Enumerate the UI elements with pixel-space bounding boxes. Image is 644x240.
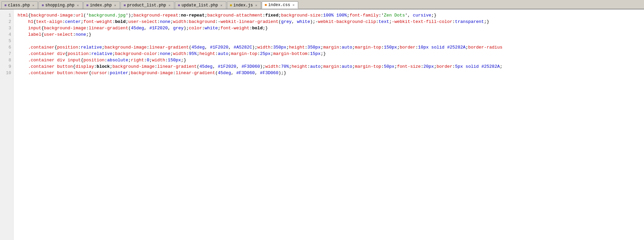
line-num: 2 (3, 19, 11, 25)
code-line-7: .container div{position:relative;backgro… (18, 51, 644, 57)
line-num: 1 (3, 12, 11, 19)
php-icon: ■ (42, 3, 44, 7)
code-line-3: input{background-image:linear-gradient(4… (18, 25, 644, 31)
tab-label: product_list.php (127, 3, 166, 8)
tab-update-list-php[interactable]: ■ update_list.php ✕ (175, 1, 226, 9)
code-editor[interactable]: html{background-image:url('background.jp… (14, 9, 644, 240)
line-num: 5 (3, 38, 11, 44)
close-icon[interactable]: ✕ (292, 3, 295, 7)
editor-area: 1 2 3 4 5 6 7 8 9 10 html{background-ima… (0, 9, 644, 240)
php-icon: ■ (178, 3, 180, 7)
php-icon: ■ (124, 3, 126, 7)
line-numbers: 1 2 3 4 5 6 7 8 9 10 (0, 9, 14, 240)
tab-shopping-php[interactable]: ■ shopping.php ✕ (38, 1, 82, 9)
tab-label: class.php (8, 3, 30, 8)
line-num: 6 (3, 44, 11, 51)
tab-label: index.css (268, 3, 290, 7)
code-line-1: html{background-image:url('background.jp… (18, 12, 644, 19)
tab-class-php[interactable]: ■ class.php ✕ (1, 1, 38, 9)
close-icon[interactable]: ✕ (168, 3, 171, 8)
close-icon[interactable]: ✕ (31, 3, 35, 8)
tab-label: index.js (233, 3, 253, 8)
tab-label: shopping.php (45, 3, 74, 8)
code-line-5 (18, 38, 644, 44)
code-line-10: .container button:hover{cursor:pointer;b… (18, 70, 644, 76)
php-icon: ■ (4, 3, 7, 7)
close-icon[interactable]: ✕ (76, 3, 79, 8)
line-num: 7 (3, 51, 11, 57)
tab-index-css[interactable]: ■ index.css ✕ (262, 1, 298, 9)
close-icon[interactable]: ✕ (255, 3, 258, 8)
tab-bar: ■ class.php ✕ ■ shopping.php ✕ ■ index.p… (0, 0, 644, 9)
line-num: 10 (3, 70, 11, 76)
tab-product-list-php[interactable]: ■ product_list.php ✕ (121, 1, 174, 9)
line-num: 9 (3, 63, 11, 70)
php-icon: ■ (86, 3, 89, 7)
code-line-8: .container div input{position:absolute;r… (18, 57, 644, 63)
tab-label: index.php (90, 3, 112, 8)
code-line-2: h1{text-align:center;font-weight:bold;us… (18, 19, 644, 25)
css-icon: ■ (265, 3, 267, 7)
code-line-9: .container button{display:block;backgrou… (18, 63, 644, 70)
line-num: 8 (3, 57, 11, 63)
line-num: 3 (3, 25, 11, 31)
tab-index-js[interactable]: ■ index.js ✕ (227, 1, 261, 9)
code-line-6: .container{position:relative;background-… (18, 44, 644, 51)
tab-index-php[interactable]: ■ index.php ✕ (83, 1, 120, 9)
line-num: 4 (3, 31, 11, 38)
js-icon: ■ (230, 3, 232, 7)
code-line-4: label{user-select:none;} (18, 31, 644, 38)
tab-label: update_list.php (181, 3, 218, 8)
close-icon[interactable]: ✕ (113, 3, 117, 8)
close-icon[interactable]: ✕ (220, 3, 223, 8)
